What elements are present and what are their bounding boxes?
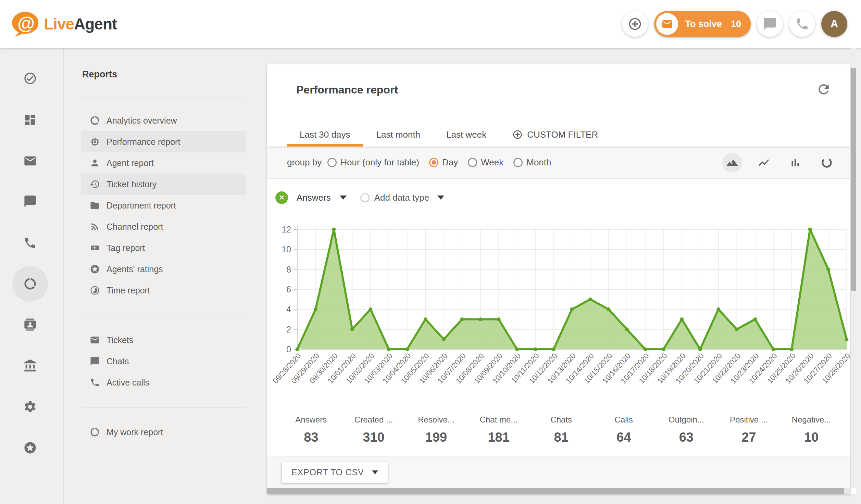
stat-value: 27	[718, 430, 780, 445]
stat-negative-: Negative...10	[780, 415, 843, 456]
line-chart-toggle[interactable]	[754, 153, 774, 173]
folder-icon	[90, 200, 100, 211]
nav-item-time-report[interactable]: Time report	[81, 280, 246, 301]
groupby-option-label: Hour (only for table)	[340, 157, 419, 168]
rail-item-reports[interactable]	[12, 266, 48, 302]
rail-item-settings[interactable]	[12, 389, 48, 425]
rail-item-billing[interactable]	[12, 348, 48, 383]
tab-last-30-days[interactable]: Last 30 days	[287, 123, 363, 147]
stat-value: 181	[467, 430, 530, 445]
stat-value: 64	[592, 430, 655, 445]
card-head: Performance report Last 30 daysLast mont…	[267, 64, 850, 147]
tab-label: Last week	[446, 129, 486, 140]
rail-item-tasks[interactable]	[12, 61, 48, 96]
horizontal-scrollbar[interactable]	[267, 488, 850, 494]
tag-plus-icon	[90, 243, 100, 253]
radio-icon[interactable]	[468, 158, 477, 167]
calls-button[interactable]	[789, 11, 815, 37]
nav-item-label: Agents' ratings	[107, 264, 163, 274]
mail-icon	[90, 335, 100, 345]
stat-label: Calls	[592, 415, 655, 425]
stat-label: Positive ...	[718, 415, 780, 425]
tab-label: Last month	[376, 129, 420, 140]
to-solve-button[interactable]: To solve 10	[654, 11, 751, 37]
rss-icon	[90, 222, 100, 232]
chart-type-toggles	[722, 147, 837, 179]
group-by-row: group by Hour (only for table)DayWeekMon…	[267, 147, 850, 179]
donut-chart-toggle[interactable]	[817, 153, 837, 173]
to-solve-label: To solve	[685, 19, 722, 29]
nav-item-channel-report[interactable]: Channel report	[81, 216, 246, 237]
data-usage-icon	[23, 277, 37, 291]
bar-chart-toggle[interactable]	[785, 153, 805, 173]
top-header: @ LiveAgent To solve 10 A	[0, 0, 861, 48]
vertical-scrollbar-thumb[interactable]	[851, 68, 856, 291]
tab-last-month[interactable]: Last month	[363, 123, 433, 147]
groupby-option-month[interactable]: Month	[513, 157, 551, 168]
svg-text:2: 2	[286, 325, 291, 334]
area-chart-toggle[interactable]	[722, 153, 742, 173]
stat-value: 310	[342, 430, 405, 445]
performance-report-card: Performance report Last 30 daysLast mont…	[267, 64, 850, 494]
data-usage-icon	[90, 427, 100, 437]
nav-item-agent-report[interactable]: Agent report	[81, 152, 246, 174]
page-title: Performance report	[296, 84, 398, 96]
liveagent-logo[interactable]: @ LiveAgent	[10, 11, 117, 37]
nav-item-agents-ratings[interactable]: Agents' ratings	[81, 259, 246, 280]
export-csv-button[interactable]: EXPORT TO CSV	[282, 462, 388, 483]
stat-label: Chats	[530, 415, 592, 425]
icon-rail	[0, 48, 63, 504]
nav-item-department-report[interactable]: Department report	[81, 195, 246, 216]
radio-selected-icon[interactable]	[429, 158, 438, 167]
add-data-type-button[interactable]: Add data type	[360, 192, 444, 203]
chat-icon	[90, 356, 100, 366]
contact-badge-icon	[23, 318, 37, 331]
nav-item-active-calls[interactable]: Active calls	[81, 372, 246, 393]
nav-item-tag-report[interactable]: Tag report	[81, 237, 246, 259]
chevron-down-icon	[437, 196, 444, 200]
vertical-scrollbar[interactable]	[851, 48, 856, 504]
rail-item-ratings[interactable]	[12, 430, 48, 466]
add-new-button[interactable]	[622, 11, 648, 37]
groupby-option-hour-only-for-table-[interactable]: Hour (only for table)	[327, 157, 419, 168]
stat-resolve-: Resolve...199	[405, 415, 467, 456]
nav-item-label: Channel report	[107, 222, 163, 232]
rail-item-calls[interactable]	[12, 225, 48, 261]
rail-item-chats[interactable]	[12, 184, 48, 219]
stat-value: 10	[780, 430, 843, 445]
rail-item-tickets[interactable]	[12, 143, 48, 179]
tab-last-week[interactable]: Last week	[433, 123, 499, 147]
nav-item-performance-report[interactable]: Performance report	[81, 131, 246, 152]
svg-text:10: 10	[282, 244, 291, 254]
remove-series-icon[interactable]: ✕	[275, 191, 288, 204]
avatar[interactable]: A	[821, 11, 847, 37]
scrollbar-corner	[851, 488, 856, 494]
groupby-option-week[interactable]: Week	[468, 157, 503, 168]
stat-value: 81	[530, 430, 592, 445]
memory-icon	[90, 137, 100, 147]
rail-item-dashboard[interactable]	[12, 102, 48, 138]
nav-item-label: Analytics overview	[107, 116, 177, 126]
horizontal-scrollbar-thumb[interactable]	[267, 488, 844, 494]
radio-icon[interactable]	[327, 158, 337, 167]
nav-item-label: Agent report	[107, 158, 154, 168]
chat-icon	[23, 194, 37, 208]
refresh-button[interactable]	[815, 81, 833, 99]
answers-series-chip[interactable]: ✕ Answers	[275, 191, 347, 204]
tab-custom-filter[interactable]: CUSTOM FILTER	[499, 123, 611, 147]
nav-item-chats[interactable]: Chats	[81, 351, 246, 372]
area-chart-icon	[726, 156, 738, 169]
nav-item-label: Tickets	[107, 335, 133, 345]
stat-label: Resolve...	[405, 415, 467, 425]
nav-item-label: Time report	[107, 286, 150, 295]
groupby-option-day[interactable]: Day	[429, 157, 458, 168]
nav-item-label: Performance report	[107, 137, 180, 147]
tab-label: Last 30 days	[300, 129, 350, 140]
nav-item-my-work-report[interactable]: My work report	[81, 421, 246, 443]
nav-item-analytics-overview[interactable]: Analytics overview	[81, 110, 246, 131]
nav-item-tickets[interactable]: Tickets	[81, 329, 246, 351]
nav-item-ticket-history[interactable]: Ticket history	[81, 174, 246, 195]
rail-item-customers[interactable]	[12, 307, 48, 342]
radio-icon[interactable]	[513, 158, 523, 167]
chats-button[interactable]	[757, 11, 783, 37]
